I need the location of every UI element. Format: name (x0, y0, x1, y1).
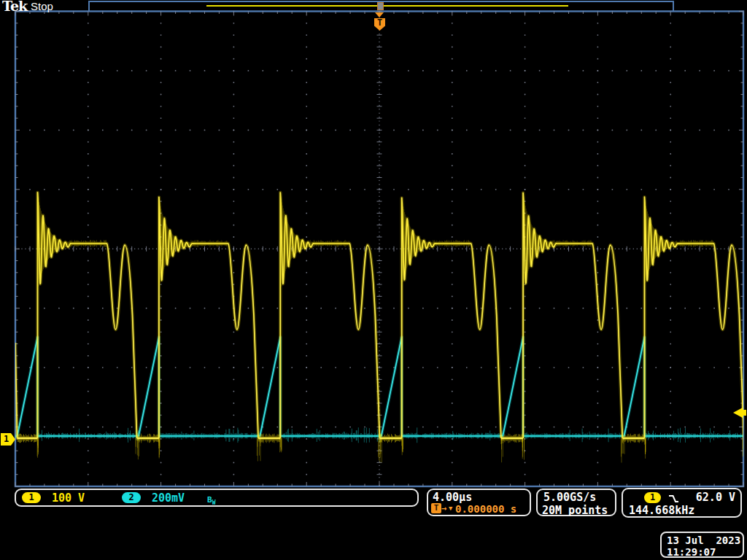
trigger-position-readout: 0.000000 s (455, 503, 516, 515)
channel-readout-box[interactable]: 1 100 V 2 200mV BW (15, 489, 419, 507)
waveform-display (0, 0, 747, 560)
ch2-bandwidth-indicator: BW (207, 492, 215, 506)
ch1-ground-marker[interactable]: 1 (1, 433, 15, 446)
trigger-source-badge: 1 (644, 492, 661, 503)
ch2-badge[interactable]: 2 (122, 492, 141, 503)
time-readout: 11:29:07 (667, 546, 716, 558)
arrow-right-icon: → (441, 503, 446, 513)
datetime-box: 13 Jul 2023 11:29:07 (660, 532, 744, 558)
trigger-t-icon: T (431, 503, 441, 513)
trigger-position-marker[interactable] (377, 2, 384, 10)
acquisition-readout-box[interactable]: 5.00GS/s 20M points (536, 489, 616, 516)
falling-edge-icon (667, 493, 680, 504)
ch1-badge[interactable]: 1 (22, 492, 41, 503)
horizontal-readout-box[interactable]: 4.00µs T → ▼ 0.000000 s (427, 489, 531, 516)
ch2-scale-readout: 200mV (152, 491, 185, 505)
trigger-level-readout: 62.0 V (696, 491, 735, 504)
date-readout: 13 Jul 2023 (667, 534, 740, 546)
acquisition-status: Stop (31, 0, 53, 12)
tek-logo: Tek (2, 0, 27, 14)
trigger-readout-box[interactable]: 1 62.0 V 144.668kHz (622, 488, 742, 518)
time-per-div-readout: 4.00µs (433, 491, 472, 504)
ch1-scale-readout: 100 V (52, 491, 85, 505)
sample-rate-readout: 5.00GS/s (543, 491, 596, 504)
trigger-arrow-icon (375, 12, 384, 18)
trigger-frequency-readout: 144.668kHz (629, 504, 694, 517)
trigger-level-arrow-tail (743, 410, 746, 416)
record-view-line (206, 5, 568, 7)
oscilloscope-screen: Tek Stop T 1 1 100 V 2 200mV BW 4.00µs T… (0, 0, 747, 560)
trigger-level-arrow[interactable] (733, 408, 747, 418)
record-preview-bar[interactable] (88, 1, 674, 11)
bw-letter: B (207, 495, 212, 505)
trigger-level-arrow-icon (733, 408, 743, 418)
triangle-down-icon: ▼ (449, 505, 452, 512)
trigger-t-badge[interactable]: T (374, 18, 385, 31)
bw-sub-letter: W (212, 499, 216, 506)
record-length-readout: 20M points (542, 504, 608, 517)
